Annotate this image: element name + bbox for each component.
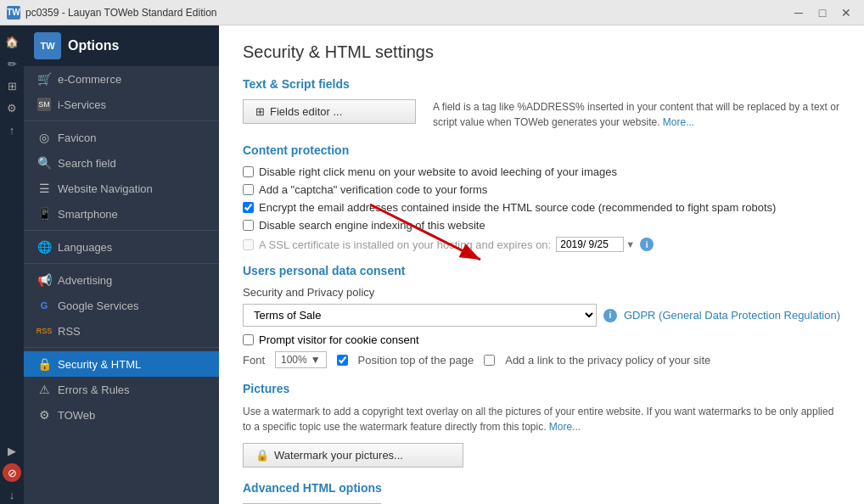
sidebar-item-google-services[interactable]: G Google Services bbox=[24, 293, 219, 318]
checkbox-disable-indexing-label: Disable search engine indexing of this w… bbox=[259, 219, 485, 232]
sidebar-item-label: Security & HTML bbox=[58, 358, 141, 371]
sidebar-item-label: Google Services bbox=[58, 300, 138, 312]
maximize-button[interactable]: □ bbox=[811, 4, 833, 21]
strip-icon-active[interactable]: ⊘ bbox=[3, 463, 21, 482]
strip-icon-settings[interactable]: ⚙ bbox=[3, 98, 21, 117]
select-row: Terms of Sale Privacy Policy None i GDPR… bbox=[243, 304, 840, 327]
sidebar-logo: TW bbox=[34, 32, 61, 59]
checkbox-encrypt-email: Encrypt the email addresses contained in… bbox=[243, 201, 840, 214]
security-html-icon: 🔒 bbox=[37, 357, 51, 371]
window-controls: ─ □ ✕ bbox=[788, 4, 857, 21]
privacy-policy-label: Security and Privacy policy bbox=[243, 286, 840, 299]
sidebar-item-advertising[interactable]: 📢 Advertising bbox=[24, 267, 219, 293]
ssl-row: A SSL certificate is installed on your h… bbox=[243, 237, 840, 252]
gdpr-link[interactable]: GDPR (General Data Protection Regulation… bbox=[624, 309, 840, 322]
sidebar-header: TW Options bbox=[24, 25, 219, 66]
section-title-users-consent: Users personal data consent bbox=[243, 264, 840, 277]
sidebar-item-label: Errors & Rules bbox=[58, 384, 130, 396]
page-title: Security & HTML settings bbox=[243, 42, 840, 62]
app-body: 🏠 ✏ ⊞ ⚙ ↑ ▶ ⊘ ↓ TW Options 🛒 e-Commerce … bbox=[0, 25, 864, 504]
watermark-button[interactable]: 🔒 Watermark your pictures... bbox=[243, 443, 463, 468]
sidebar-item-label: RSS bbox=[58, 325, 81, 338]
fields-editor-row: ⊞ Fields editor ... A field is a tag lik… bbox=[243, 99, 840, 130]
sidebar-item-label: Smartphone bbox=[58, 208, 118, 221]
sidebar-item-label: Languages bbox=[58, 241, 112, 254]
rss-icon: RSS bbox=[37, 324, 51, 338]
checkbox-encrypt-email-input[interactable] bbox=[243, 202, 254, 213]
sidebar-item-label: Advertising bbox=[58, 274, 112, 287]
titlebar-text: pc0359 - Lauyan TOWeb Standard Edition bbox=[25, 7, 788, 19]
sidebar-item-languages[interactable]: 🌐 Languages bbox=[24, 234, 219, 260]
close-button[interactable]: ✕ bbox=[835, 4, 857, 21]
sidebar-divider-3 bbox=[24, 263, 219, 264]
ssl-date-arrow: ▼ bbox=[626, 239, 635, 249]
sidebar-item-toweb[interactable]: ⚙ TOWeb bbox=[24, 402, 219, 428]
ssl-date-input[interactable] bbox=[556, 237, 624, 252]
ssl-date-container: ▼ bbox=[556, 237, 635, 252]
strip-icon-home[interactable]: 🏠 bbox=[3, 32, 21, 51]
sidebar-divider-4 bbox=[24, 347, 219, 348]
sidebar-item-rss[interactable]: RSS RSS bbox=[24, 318, 219, 344]
checkbox-encrypt-email-label: Encrypt the email addresses contained in… bbox=[259, 201, 776, 214]
sidebar-title: Options bbox=[68, 38, 119, 53]
cookie-checkbox[interactable] bbox=[243, 334, 254, 345]
website-nav-icon: ☰ bbox=[37, 182, 51, 195]
ssl-info-icon[interactable]: i bbox=[640, 238, 654, 251]
cookie-label: Prompt visitor for cookie consent bbox=[259, 333, 419, 346]
checkbox-disable-rightclick-input[interactable] bbox=[243, 166, 254, 177]
gdpr-info-icon[interactable]: i bbox=[603, 309, 617, 322]
sidebar-item-smartphone[interactable]: 📱 Smartphone bbox=[24, 201, 219, 227]
sidebar-item-website-navigation[interactable]: ☰ Website Navigation bbox=[24, 176, 219, 201]
pictures-more-link[interactable]: More... bbox=[549, 421, 581, 433]
fields-more-link[interactable]: More... bbox=[663, 116, 694, 128]
checkbox-disable-indexing: Disable search engine indexing of this w… bbox=[243, 219, 840, 232]
strip-icon-upload[interactable]: ↑ bbox=[3, 120, 21, 139]
fields-editor-icon: ⊞ bbox=[255, 105, 265, 118]
font-select[interactable]: 100% ▼ bbox=[275, 351, 327, 368]
strip-icon-bottom[interactable]: ↓ bbox=[3, 485, 21, 504]
sidebar-item-iservices[interactable]: SM i-Services bbox=[24, 92, 219, 117]
sidebar-item-label: Search field bbox=[58, 157, 116, 170]
cookie-row: Prompt visitor for cookie consent bbox=[243, 333, 840, 346]
sidebar-item-ecommerce[interactable]: 🛒 e-Commerce bbox=[24, 66, 219, 92]
google-services-icon: G bbox=[37, 299, 51, 312]
section-title-advanced: Advanced HTML options bbox=[243, 481, 840, 495]
sidebar-divider-1 bbox=[24, 120, 219, 121]
gdpr-label: GDPR (General Data Protection Regulation… bbox=[624, 309, 840, 322]
privacy-section: Users personal data consent Security and… bbox=[243, 264, 840, 368]
sidebar-divider-2 bbox=[24, 230, 219, 231]
sidebar-item-label: i-Services bbox=[58, 98, 106, 111]
checkbox-disable-indexing-input[interactable] bbox=[243, 220, 254, 231]
favicon-icon: ◎ bbox=[37, 131, 51, 144]
watermark-label: Watermark your pictures... bbox=[274, 449, 403, 462]
checkbox-add-captcha-input[interactable] bbox=[243, 184, 254, 195]
policy-select[interactable]: Terms of Sale Privacy Policy None bbox=[243, 304, 597, 327]
checkbox-add-captcha: Add a "captcha" verification code to you… bbox=[243, 183, 840, 196]
pictures-section: Pictures Use a watermark to add a copyri… bbox=[243, 382, 840, 468]
checkbox-disable-rightclick-label: Disable right click menu on your website… bbox=[259, 165, 617, 178]
section-title-pictures: Pictures bbox=[243, 382, 840, 395]
font-row: Font 100% ▼ Position top of the page Add… bbox=[243, 351, 840, 368]
position-checkbox[interactable] bbox=[337, 355, 348, 366]
strip-icon-layers[interactable]: ⊞ bbox=[3, 76, 21, 95]
checkbox-add-captcha-label: Add a "captcha" verification code to you… bbox=[259, 183, 487, 196]
minimize-button[interactable]: ─ bbox=[788, 4, 810, 21]
fields-editor-label: Fields editor ... bbox=[270, 105, 342, 118]
errors-rules-icon: ⚠ bbox=[37, 383, 51, 396]
strip-icon-play[interactable]: ▶ bbox=[3, 441, 21, 460]
advertising-icon: 📢 bbox=[37, 273, 51, 287]
sidebar-item-label: Favicon bbox=[58, 132, 97, 144]
privacy-link-label: Add a link to the privacy policy of your… bbox=[505, 354, 710, 367]
watermark-icon: 🔒 bbox=[255, 449, 269, 462]
strip-icon-edit[interactable]: ✏ bbox=[3, 54, 21, 73]
sidebar-item-errors-rules[interactable]: ⚠ Errors & Rules bbox=[24, 377, 219, 402]
privacy-link-checkbox[interactable] bbox=[484, 355, 495, 366]
sidebar-item-favicon[interactable]: ◎ Favicon bbox=[24, 125, 219, 150]
sidebar-item-search-field[interactable]: 🔍 Search field bbox=[24, 150, 219, 176]
advanced-html-section: Advanced HTML options <HEAD> section... … bbox=[243, 481, 840, 504]
smartphone-icon: 📱 bbox=[37, 207, 51, 221]
position-label: Position top of the page bbox=[358, 354, 474, 367]
sidebar-item-security-html[interactable]: 🔒 Security & HTML bbox=[24, 351, 219, 377]
fields-editor-button[interactable]: ⊞ Fields editor ... bbox=[243, 99, 416, 124]
checkbox-disable-rightclick: Disable right click menu on your website… bbox=[243, 165, 840, 178]
